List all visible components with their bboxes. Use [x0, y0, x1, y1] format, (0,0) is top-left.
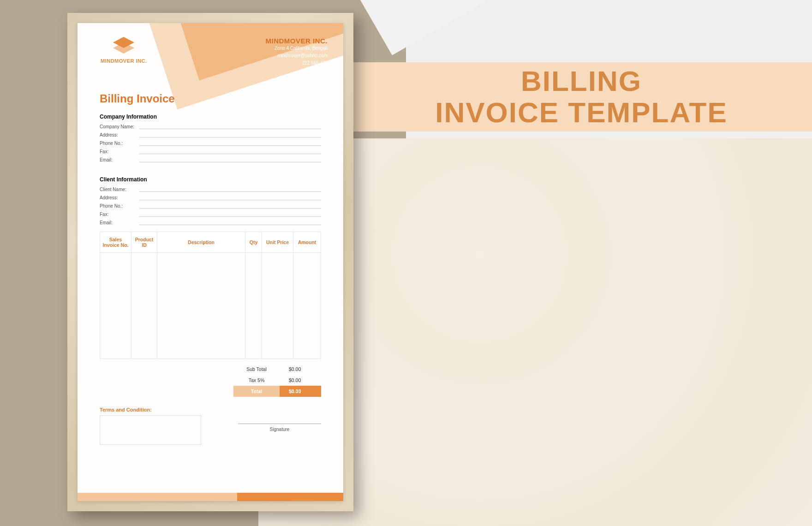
company-fax-row: Fax:: [100, 149, 321, 154]
total-row: Total $0.00: [100, 386, 321, 397]
stack-icon: [111, 36, 136, 54]
invoice-sheet: MINDMOVER INC. MINDMOVER INC. Zone 4 Cal…: [78, 23, 343, 501]
client-fax-line[interactable]: [139, 211, 321, 217]
title-line2: INVOICE TEMPLATE: [435, 96, 728, 128]
footer-fields: Terms and Condition: Signature: [100, 407, 321, 445]
client-phone-label: Phone No.:: [100, 203, 139, 209]
company-section-heading: Company Information: [100, 114, 321, 120]
total-label: Total: [233, 386, 280, 397]
col-product-id: Product ID: [131, 232, 157, 253]
col-invoice-no: Sales Invoice No.: [100, 232, 131, 253]
tax-label: Tax 5%: [233, 377, 280, 383]
client-email-row: Email:: [100, 220, 321, 225]
terms-block: Terms and Condition:: [100, 407, 201, 445]
template-title: BILLING INVOICE TEMPLATE: [435, 66, 728, 128]
company-address-line[interactable]: [139, 132, 321, 137]
items-table: Sales Invoice No. Product ID Description…: [100, 232, 321, 359]
signature-label: Signature: [238, 427, 321, 432]
company-name-label: Company Name:: [100, 124, 139, 129]
cell-invoice-no[interactable]: [100, 253, 131, 359]
svg-marker-1: [113, 42, 134, 54]
col-unit-price: Unit Price: [262, 232, 293, 253]
document-title: Billing Invoice: [100, 92, 321, 105]
company-address-row: Address:: [100, 132, 321, 137]
cell-product-id[interactable]: [131, 253, 157, 359]
title-line1: BILLING: [521, 65, 642, 97]
cell-unit-price[interactable]: [262, 253, 293, 359]
client-name-label: Client Name:: [100, 187, 139, 192]
col-qty: Qty: [245, 232, 262, 253]
client-address-row: Address:: [100, 195, 321, 200]
totals-block: Sub Total $0.00 Tax 5% $0.00 Total $0.00: [100, 364, 321, 397]
col-description: Description: [157, 232, 245, 253]
business-email: mindmover@yahho.com: [266, 52, 328, 60]
signature-line[interactable]: [238, 424, 321, 424]
business-info: MINDMOVER INC. Zone 4 California, Bengal…: [266, 37, 328, 67]
company-name-line[interactable]: [139, 124, 321, 129]
client-email-line[interactable]: [139, 220, 321, 225]
client-email-label: Email:: [100, 220, 139, 225]
total-value: $0.00: [280, 386, 321, 397]
company-fax-label: Fax:: [100, 149, 139, 154]
client-address-line[interactable]: [139, 195, 321, 200]
title-band: BILLING INVOICE TEMPLATE: [351, 62, 812, 132]
tax-value: $0.00: [280, 377, 321, 383]
client-section-heading: Client Information: [100, 176, 321, 183]
terms-box[interactable]: [100, 415, 201, 445]
company-phone-line[interactable]: [139, 140, 321, 146]
company-email-line[interactable]: [139, 157, 321, 162]
terms-label: Terms and Condition:: [100, 407, 201, 412]
client-name-row: Client Name:: [100, 186, 321, 192]
cell-description[interactable]: [157, 253, 245, 359]
subtotal-value: $0.00: [280, 366, 321, 372]
cell-amount[interactable]: [293, 253, 321, 359]
company-fax-line[interactable]: [139, 149, 321, 154]
client-fax-label: Fax:: [100, 212, 139, 217]
footer-bar: [78, 493, 343, 501]
client-phone-row: Phone No.:: [100, 203, 321, 209]
client-phone-line[interactable]: [139, 203, 321, 209]
subtotal-row: Sub Total $0.00: [100, 364, 321, 375]
company-phone-row: Phone No.:: [100, 140, 321, 146]
client-fax-row: Fax:: [100, 211, 321, 217]
subtotal-label: Sub Total: [233, 366, 280, 372]
company-email-label: Email:: [100, 157, 139, 162]
signature-block: Signature: [238, 424, 321, 432]
table-header-row: Sales Invoice No. Product ID Description…: [100, 232, 321, 253]
company-phone-label: Phone No.:: [100, 141, 139, 146]
business-phone: 222 555 777: [266, 60, 328, 67]
company-address-label: Address:: [100, 132, 139, 137]
table-body-row: [100, 253, 321, 359]
company-name-row: Company Name:: [100, 124, 321, 129]
tax-row: Tax 5% $0.00: [100, 375, 321, 386]
cell-qty[interactable]: [245, 253, 262, 359]
content-area: Billing Invoice Company Information Comp…: [100, 92, 321, 445]
business-name: MINDMOVER INC.: [266, 37, 328, 45]
col-amount: Amount: [293, 232, 321, 253]
company-email-row: Email:: [100, 157, 321, 162]
logo-block: MINDMOVER INC.: [101, 36, 147, 64]
logo-text: MINDMOVER INC.: [101, 58, 147, 64]
client-name-line[interactable]: [139, 186, 321, 192]
business-address: Zone 4 California, Bengali: [266, 45, 328, 52]
client-address-label: Address:: [100, 195, 139, 200]
